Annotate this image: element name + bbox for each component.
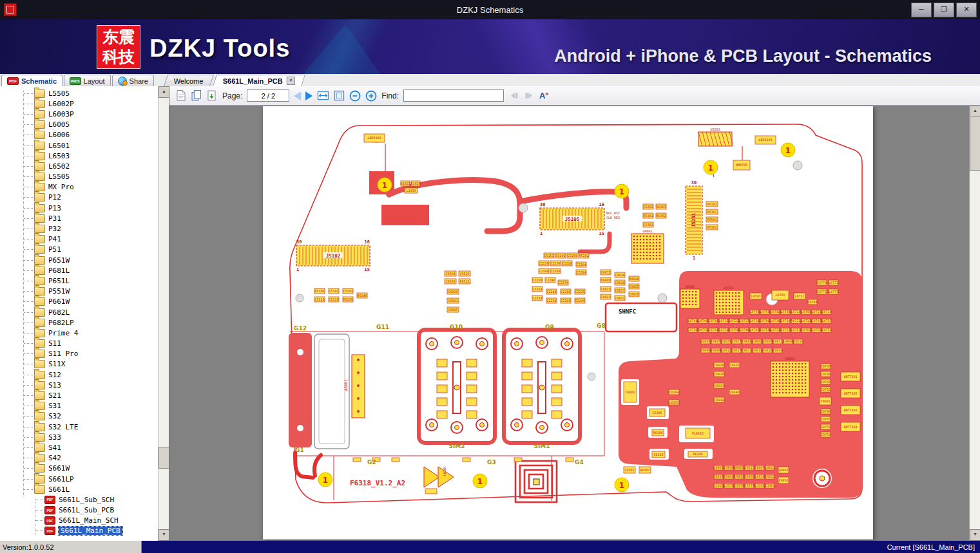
pcb-component: C0618 [762, 348, 772, 353]
tree-folder-s42[interactable]: S42 [0, 453, 159, 464]
scroll-up-icon[interactable]: ▲ [970, 106, 980, 117]
tree-folder-p31[interactable]: P31 [0, 213, 159, 223]
tree-folder-p682l[interactable]: P682L [0, 307, 159, 317]
tree-folder-s11x[interactable]: S11X [0, 359, 159, 370]
tree-file-s661l_main_pcb[interactable]: PDFS661L_Main_PCB [0, 526, 159, 536]
pcb-component: C0743 [821, 379, 831, 384]
tab-welcome[interactable]: Welcome [164, 75, 214, 86]
tab-schematic[interactable]: PDF Schematic [1, 75, 62, 86]
tree-folder-p13[interactable]: P13 [0, 203, 159, 213]
tree-folder-l6501[interactable]: L6501 [0, 140, 159, 151]
tree-folder-s33[interactable]: S33 [0, 432, 159, 442]
svg-text:C6104: C6104 [669, 390, 678, 394]
viewer[interactable]: LED5101U5203LED5103HM0705H1022R1024L1030… [169, 106, 970, 541]
tab-close-icon[interactable]: ✕ [286, 77, 294, 85]
page-icon[interactable] [176, 89, 186, 102]
tab-share-label: Share [130, 77, 148, 85]
tree-folder-s32[interactable]: S32 [0, 411, 159, 422]
export-icon[interactable] [207, 89, 218, 102]
svg-text:ANT7104: ANT7104 [843, 425, 857, 429]
tree-folder-s661l[interactable]: S661L [0, 484, 159, 494]
pcb-component: C5151 [544, 253, 554, 258]
tab-layout[interactable]: PADS Layout [64, 75, 111, 86]
pages-icon[interactable] [191, 89, 202, 102]
scroll-down-icon[interactable]: ▼ [970, 529, 980, 541]
tree-folder-p651l[interactable]: P651L [0, 276, 159, 286]
svg-text:C5119: C5119 [329, 297, 338, 301]
tree-folder-l6005[interactable]: L6005 [0, 120, 159, 130]
tab-s661l-main-pcb[interactable]: S661L_Main_PCB ✕ [213, 75, 305, 86]
font-size-icon[interactable]: Aa [539, 91, 548, 100]
viewer-scrollbar[interactable]: ▲ ▼ [969, 106, 980, 541]
find-next-icon[interactable] [524, 91, 535, 100]
pcb-component: C0751 [821, 328, 831, 332]
tree-folder-prime-4[interactable]: Prime 4 [0, 328, 159, 338]
prev-page-icon[interactable] [294, 91, 301, 100]
maximize-button[interactable]: ❐ [934, 3, 954, 17]
page-input[interactable] [247, 89, 289, 102]
pcb-component: R6100 [688, 451, 707, 457]
tree-folder-s11-pro[interactable]: S11 Pro [0, 349, 159, 359]
tree-folder-l6502[interactable]: L6502 [0, 161, 159, 171]
tree-folder-p651w[interactable]: P651W [0, 255, 159, 265]
svg-text:C0756: C0756 [821, 388, 831, 391]
tree-folder-p51[interactable]: P51 [0, 245, 159, 255]
zoom-in-icon[interactable] [365, 90, 377, 102]
tree-folder-p551w[interactable]: P551W [0, 286, 159, 297]
tree-folder-l6503[interactable]: L6503 [0, 151, 159, 161]
tab-share[interactable]: Share [112, 75, 154, 86]
svg-text:L0811: L0811 [765, 465, 774, 469]
tree-folder-s41[interactable]: S41 [0, 442, 159, 453]
sidebar-scrollbar[interactable]: ▲ ▼ [158, 86, 169, 541]
tree-folder-s12[interactable]: S12 [0, 370, 159, 380]
minimize-button[interactable]: ─ [911, 3, 932, 17]
pcb-component: C2268 [539, 268, 549, 274]
tree-folder-s21[interactable]: S21 [0, 390, 159, 400]
tree-folder-p41[interactable]: P41 [0, 234, 159, 245]
svg-text:C0610: C0610 [793, 339, 803, 343]
fit-width-icon[interactable] [317, 90, 329, 101]
tree-file-s661l_main_sch[interactable]: PDFS661L_Main_SCH [0, 516, 159, 526]
tree-folder-l6006[interactable]: L6006 [0, 130, 159, 140]
svg-text:C0639: C0639 [714, 372, 724, 376]
tree-file-label: S661L_Main_PCB [59, 527, 122, 535]
folder-icon [34, 454, 45, 462]
pcb-component: PL6102 [686, 428, 710, 438]
tree-folder-mx-pro[interactable]: MX Pro [0, 182, 159, 192]
svg-text:L0733: L0733 [770, 328, 780, 332]
tree-folder-p32[interactable]: P32 [0, 223, 159, 234]
tree-folder-p661w[interactable]: P661W [0, 297, 159, 307]
tree-folder-p682lp[interactable]: P682LP [0, 317, 159, 328]
svg-text:C0831: C0831 [615, 296, 624, 300]
tree-folder-s32-lte[interactable]: S32 LTE [0, 422, 159, 432]
tree-folder-l6002p[interactable]: L6002P [0, 98, 159, 109]
tree-folder-s661lp[interactable]: S661LP [0, 474, 159, 484]
fit-page-icon[interactable] [334, 90, 345, 101]
tree-folder-p12[interactable]: P12 [0, 192, 159, 203]
tree-connector [24, 323, 33, 323]
pcb-text: SHNFC [619, 308, 636, 315]
scrollbar-thumb[interactable] [159, 447, 169, 469]
tree-folder-label: P681L [48, 267, 70, 275]
close-button[interactable]: ✕ [956, 3, 977, 17]
tree-connector [24, 437, 33, 438]
scrollbar-thumb[interactable] [970, 117, 980, 171]
find-prev-icon[interactable] [508, 91, 519, 100]
scroll-down-icon[interactable]: ▼ [159, 529, 169, 541]
next-page-icon[interactable] [305, 91, 312, 100]
scroll-up-icon[interactable]: ▲ [159, 86, 169, 98]
tree-folder-l5505[interactable]: L5505 [0, 88, 159, 98]
svg-text:C0753: C0753 [821, 433, 831, 436]
tree-connector [24, 270, 33, 271]
zoom-out-icon[interactable] [349, 90, 361, 102]
tree-folder-s13[interactable]: S13 [0, 380, 159, 390]
tree-folder-p681l[interactable]: P681L [0, 265, 159, 276]
tree-folder-s11[interactable]: S11 [0, 339, 159, 349]
tree-file-s661l_sub_pcb[interactable]: PDFS661L_Sub_PCB [0, 505, 159, 516]
tree-folder-l5505[interactable]: L5505 [0, 172, 159, 182]
tree-folder-s661w[interactable]: S661W [0, 464, 159, 474]
tree-folder-l6003p[interactable]: L6003P [0, 109, 159, 119]
find-input[interactable] [403, 89, 504, 102]
tree-folder-s31[interactable]: S31 [0, 401, 159, 411]
tree-file-s661l_sub_sch[interactable]: PDFS661L_Sub_SCH [0, 494, 159, 505]
